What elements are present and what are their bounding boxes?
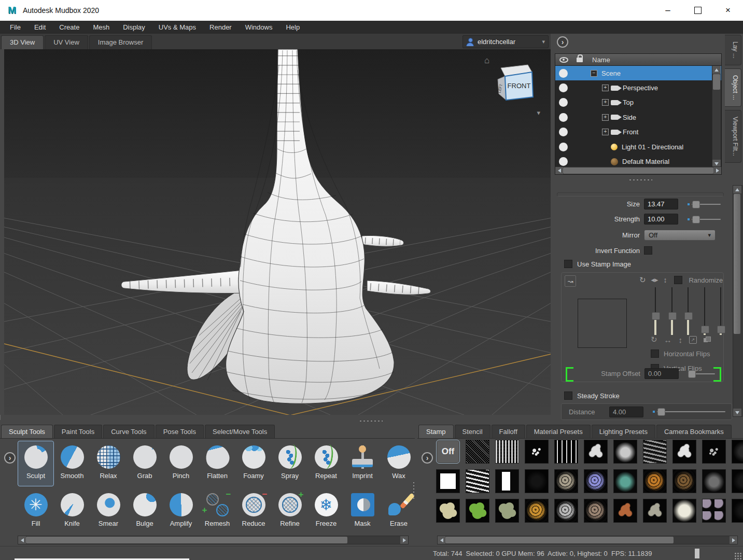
scrollbar-thumb[interactable]: [734, 194, 740, 334]
stamp-thumbnail[interactable]: [554, 499, 578, 523]
tool-button[interactable]: Foamy: [235, 441, 272, 486]
steady-stroke-checkbox[interactable]: [564, 391, 572, 400]
menu-item[interactable]: Mesh: [86, 22, 116, 33]
scroll-up-arrow[interactable]: [733, 186, 741, 193]
random-slider[interactable]: [684, 287, 692, 335]
visibility-toggle[interactable]: [559, 143, 568, 151]
random-slider[interactable]: [668, 287, 676, 335]
stamp-thumbnail[interactable]: [732, 499, 743, 523]
panel-expand-button[interactable]: ›: [557, 36, 568, 48]
scrollbar-thumb[interactable]: [26, 537, 347, 543]
stamp-thumbnail[interactable]: [702, 469, 726, 493]
expand-toggle[interactable]: +: [602, 85, 609, 91]
menu-item[interactable]: Render: [203, 22, 239, 33]
scene-tree-vertical-scrollbar[interactable]: [712, 66, 721, 167]
tree-row[interactable]: Default Material: [555, 154, 721, 168]
stamp-off-button[interactable]: Off: [436, 440, 460, 464]
mirror-dropdown[interactable]: Off ▾: [644, 230, 716, 241]
horizontal-flips-checkbox[interactable]: [651, 349, 659, 358]
horizontal-splitter[interactable]: [628, 179, 652, 182]
properties-vertical-scrollbar[interactable]: [733, 185, 742, 417]
stamp-thumbnail[interactable]: [525, 469, 549, 493]
scroll-left-arrow[interactable]: [555, 167, 563, 174]
randomize-checkbox[interactable]: [674, 276, 682, 284]
stamp-thumbnail[interactable]: [466, 440, 489, 464]
visibility-toggle[interactable]: [559, 157, 568, 166]
menu-item[interactable]: Windows: [239, 22, 279, 33]
scroll-right-arrow[interactable]: [400, 536, 408, 544]
distance-slider[interactable]: [653, 407, 725, 416]
tool-button[interactable]: ❄ Freeze: [308, 488, 344, 534]
randomize-copy-icon[interactable]: [704, 337, 710, 343]
menu-item[interactable]: Edit: [27, 22, 52, 33]
stamp-thumbnail[interactable]: [643, 469, 667, 493]
tool-button[interactable]: Pinch: [163, 441, 199, 486]
home-icon[interactable]: ⌂: [484, 55, 489, 66]
viewport-splitter[interactable]: [359, 420, 383, 423]
invert-function-checkbox[interactable]: [644, 246, 652, 255]
tool-button[interactable]: Spray: [272, 441, 308, 486]
random-slider[interactable]: [701, 287, 708, 335]
tool-button[interactable]: Wax: [381, 441, 417, 486]
tree-row[interactable]: + Side: [555, 110, 721, 124]
tool-button[interactable]: − Reduce: [235, 488, 272, 534]
tool-button[interactable]: Flatten: [199, 441, 235, 486]
stamp-offset-slider[interactable]: [688, 369, 715, 379]
stamp-thumbnail[interactable]: [525, 440, 549, 464]
menu-item[interactable]: Display: [116, 22, 152, 33]
tree-row[interactable]: Light 01 - Directional: [555, 139, 721, 154]
tray-expand-button[interactable]: ›: [4, 452, 16, 464]
size-field[interactable]: 13.47: [644, 199, 678, 209]
randomize-vertical-icon[interactable]: ↕: [679, 335, 683, 344]
stamp-thumbnail[interactable]: [702, 440, 726, 464]
stamp-thumbnail[interactable]: [495, 469, 519, 493]
tree-row[interactable]: + Perspective: [555, 80, 721, 95]
stamp-thumbnail[interactable]: [672, 499, 696, 523]
tool-tray-tab[interactable]: Curve Tools: [103, 425, 154, 438]
stamp-tray-tab[interactable]: Camera Bookmarks: [656, 425, 732, 438]
visibility-toggle[interactable]: [559, 69, 568, 78]
stamp-thumbnail[interactable]: [466, 499, 489, 523]
stamp-thumbnail[interactable]: [613, 469, 637, 493]
tool-button[interactable]: Knife: [54, 488, 90, 534]
tool-tray-tab[interactable]: Sculpt Tools: [1, 425, 53, 438]
tray-splitter[interactable]: [413, 481, 416, 499]
tool-tray-tab[interactable]: Pose Tools: [156, 425, 204, 438]
tool-tray-horizontal-scrollbar[interactable]: [18, 536, 409, 544]
tool-button[interactable]: − + Remesh: [199, 488, 235, 534]
side-panel-tab[interactable]: Lay ...: [725, 35, 741, 65]
tool-button[interactable]: Grab: [127, 441, 163, 486]
tool-button[interactable]: Imprint: [344, 441, 381, 486]
use-stamp-image-checkbox[interactable]: [564, 260, 572, 268]
visibility-toggle[interactable]: [559, 83, 568, 92]
stamp-browse-button[interactable]: ↝: [565, 275, 576, 287]
scrollbar-thumb[interactable]: [563, 167, 713, 174]
stamp-tray-tab[interactable]: Material Presets: [526, 425, 591, 438]
stamp-thumbnail[interactable]: [554, 440, 578, 464]
scroll-right-arrow[interactable]: [730, 536, 737, 544]
stamp-tray-horizontal-scrollbar[interactable]: [437, 536, 738, 544]
stamp-thumbnail[interactable]: [643, 499, 667, 523]
stamp-thumbnail[interactable]: [584, 469, 608, 493]
menu-item[interactable]: File: [3, 22, 27, 33]
view-tab[interactable]: Image Browser: [89, 35, 152, 49]
stamp-tray-tab[interactable]: Stencil: [455, 425, 490, 438]
tool-button[interactable]: Amplify: [163, 488, 199, 534]
expand-toggle[interactable]: +: [602, 99, 609, 106]
view-cube-menu-caret-icon[interactable]: ▾: [537, 109, 540, 117]
randomize-scale-icon[interactable]: ↗: [689, 336, 697, 344]
stamp-thumbnail[interactable]: [584, 499, 608, 523]
view-tab[interactable]: 3D View: [1, 35, 44, 49]
tool-tray-tab[interactable]: Paint Tools: [54, 425, 102, 438]
scrollbar-thumb[interactable]: [713, 74, 720, 90]
stamp-thumbnail[interactable]: [525, 499, 549, 523]
menu-item[interactable]: Help: [279, 22, 306, 33]
side-panel-tab[interactable]: Viewport Filt...: [725, 110, 741, 163]
close-button[interactable]: ×: [713, 0, 743, 21]
tool-button[interactable]: + Refine: [272, 488, 308, 534]
scene-tree-horizontal-scrollbar[interactable]: [555, 166, 721, 174]
stamp-thumbnail[interactable]: [466, 469, 489, 493]
scroll-up-arrow[interactable]: [712, 66, 721, 74]
resize-grip[interactable]: [734, 552, 741, 559]
stamp-thumbnail[interactable]: [584, 440, 608, 464]
